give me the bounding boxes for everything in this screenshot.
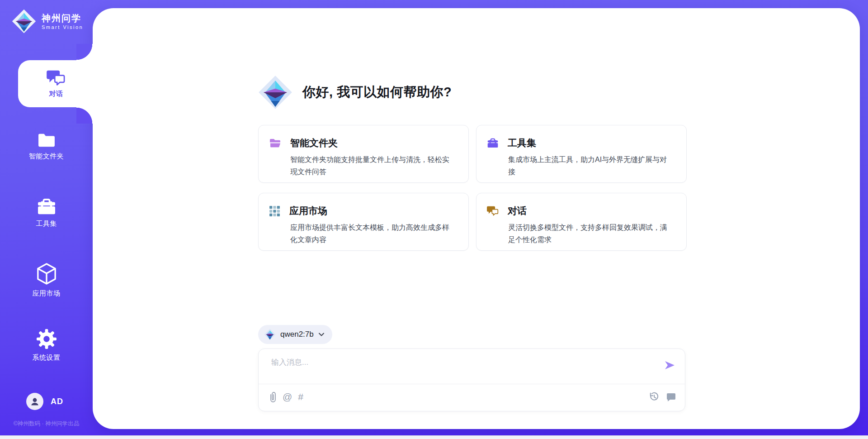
send-button[interactable] <box>663 359 676 372</box>
send-icon <box>663 359 676 372</box>
model-name: qwen2:7b <box>280 330 314 339</box>
grid-icon <box>269 205 280 217</box>
toolbox-icon <box>487 138 499 148</box>
composer-divider <box>259 384 685 384</box>
card-description: 智能文件夹功能支持批量文件上传与清洗，轻松实现文件问答 <box>290 153 449 178</box>
chat-bubble-icon <box>666 392 676 402</box>
brand: 神州问学 Smart Vision <box>12 9 83 33</box>
brand-subtitle: Smart Vision <box>42 24 83 30</box>
gear-icon <box>36 329 57 349</box>
card-chat[interactable]: 对话 灵活切换多模型文件，支持多样回复效果调试，满足个性化需求 <box>476 193 687 251</box>
composer: @ # <box>258 348 685 411</box>
composer-right-tools <box>648 391 676 402</box>
card-description: 应用市场提供丰富长文本模板，助力高效生成多样化文章内容 <box>290 221 449 246</box>
sidebar-item-label: 对话 <box>49 90 63 98</box>
user-initials: AD <box>51 397 63 406</box>
toolbox-icon <box>37 198 57 215</box>
card-title: 对话 <box>508 205 527 217</box>
card-description: 灵活切换多模型文件，支持多样回复效果调试，满足个性化需求 <box>508 221 667 246</box>
sidebar-item-toolset[interactable]: 工具集 <box>0 198 93 228</box>
folder-icon <box>37 133 56 148</box>
brand-name: 神州问学 <box>42 13 83 23</box>
sidebar-item-smart-folder[interactable]: 智能文件夹 <box>0 133 93 161</box>
brand-gem-icon <box>264 329 276 340</box>
person-icon <box>29 396 40 407</box>
sidebar-item-app-market[interactable]: 应用市场 <box>0 262 93 298</box>
greeting-title: 你好, 我可以如何帮助你? <box>302 83 452 101</box>
card-smart-folder[interactable]: 智能文件夹 智能文件夹功能支持批量文件上传与清洗，轻松实现文件问答 <box>258 125 469 183</box>
tab-fillet-bottom <box>76 107 93 124</box>
sidebar-item-label: 应用市场 <box>33 289 61 298</box>
chat-icon <box>487 205 499 216</box>
open-folder-icon <box>269 138 281 148</box>
chat-icon <box>47 69 66 86</box>
avatar <box>26 393 43 410</box>
composer-tools: @ # <box>269 391 303 403</box>
model-selector[interactable]: qwen2:7b <box>258 325 332 344</box>
card-app-market[interactable]: 应用市场 应用市场提供丰富长文本模板，助力高效生成多样化文章内容 <box>258 193 469 251</box>
chevron-down-icon <box>318 333 325 337</box>
card-toolset[interactable]: 工具集 集成市场上主流工具，助力AI与外界无缝扩展与对接 <box>476 125 687 183</box>
card-description: 集成市场上主流工具，助力AI与外界无缝扩展与对接 <box>508 153 667 178</box>
brand-gem-icon <box>12 9 36 33</box>
at-icon: @ <box>283 391 292 403</box>
history-button[interactable] <box>648 391 660 402</box>
sidebar-item-label: 系统设置 <box>33 353 61 362</box>
message-input[interactable] <box>270 356 647 381</box>
hash-icon: # <box>298 391 303 403</box>
sidebar-item-label: 智能文件夹 <box>29 152 64 161</box>
brand-text: 神州问学 Smart Vision <box>42 13 83 30</box>
tab-fillet-top <box>76 44 93 60</box>
user-chip[interactable]: AD <box>26 393 63 410</box>
sidebar-item-chat[interactable]: 对话 <box>18 60 94 107</box>
sidebar-item-label: 工具集 <box>36 220 57 228</box>
sidebar-footer: ©神州数码 · 神州问学出品 <box>0 420 93 428</box>
greeting: 你好, 我可以如何帮助你? <box>258 75 452 110</box>
card-title: 工具集 <box>508 137 536 149</box>
paperclip-icon <box>269 391 277 403</box>
card-title: 应用市场 <box>289 205 327 217</box>
sidebar-item-settings[interactable]: 系统设置 <box>0 329 93 362</box>
brand-gem-icon <box>258 75 292 110</box>
feedback-button[interactable] <box>666 392 676 402</box>
feature-cards: 智能文件夹 智能文件夹功能支持批量文件上传与清洗，轻松实现文件问答 工具集 集成… <box>258 125 687 251</box>
horizontal-scrollbar[interactable] <box>0 435 868 439</box>
card-title: 智能文件夹 <box>290 137 338 149</box>
hashtag-button[interactable]: # <box>298 391 303 403</box>
mention-button[interactable]: @ <box>283 391 292 403</box>
cube-icon <box>36 262 57 285</box>
attach-button[interactable] <box>269 391 277 403</box>
history-icon <box>648 391 660 402</box>
